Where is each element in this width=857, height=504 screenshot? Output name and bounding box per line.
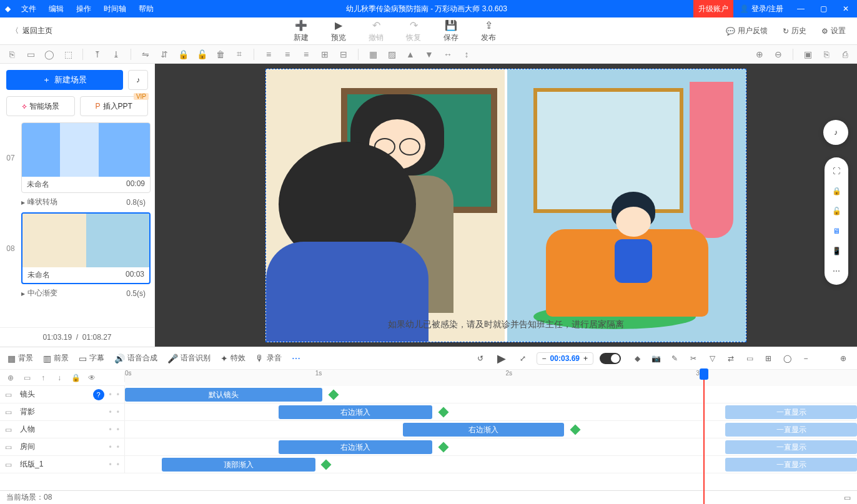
tool-4[interactable]: ⬚: [61, 47, 75, 61]
snap-toggle[interactable]: [600, 353, 621, 364]
align-bottom[interactable]: ⤓: [109, 47, 123, 61]
track-label-纸版_1[interactable]: ▭ 纸版_1 • •: [0, 456, 125, 473]
bg-button[interactable]: ▦背景: [7, 353, 33, 363]
stage[interactable]: ▦ 默认镜头 如果幼儿已被感染，请及时就诊并告知班主任，进行居家隔离: [265, 69, 746, 342]
canvas-area[interactable]: ♪ ⛶ 🔒 🔓 🖥 📱 ⋯ ▦ 默认镜头 如果幼儿已被感染，请及时: [155, 64, 857, 347]
circle-icon[interactable]: ◯: [781, 352, 793, 365]
minus-icon[interactable]: −: [800, 352, 812, 365]
scene-card-07[interactable]: 未命名00:09: [21, 122, 151, 193]
play-button[interactable]: ▶: [494, 351, 509, 366]
distribute-v[interactable]: ⊟: [337, 47, 350, 61]
clip-tail[interactable]: 一直显示: [725, 458, 857, 472]
tool-2[interactable]: ▭: [24, 47, 37, 61]
unlock-icon[interactable]: 🔓: [830, 205, 843, 217]
track-label-背影[interactable]: ▭ 背影 • •: [0, 403, 125, 420]
group[interactable]: ▦: [366, 47, 380, 61]
lock-dot[interactable]: •: [117, 408, 119, 417]
music-float-button[interactable]: ♪: [823, 120, 848, 145]
clip[interactable]: 右边渐入: [279, 405, 432, 419]
bring-front[interactable]: ▲: [404, 47, 417, 61]
record-button[interactable]: 🎙录音: [255, 353, 282, 363]
fg-button[interactable]: ▥前景: [43, 353, 69, 363]
lock-dot[interactable]: •: [117, 443, 119, 452]
space-v[interactable]: ↕: [460, 47, 473, 61]
close-button[interactable]: ✕: [835, 0, 857, 17]
menu-操作[interactable]: 操作: [70, 0, 97, 17]
track-content[interactable]: 默认镜头: [125, 386, 857, 403]
up-icon[interactable]: ↑: [37, 373, 49, 382]
transition-row[interactable]: ▸ 中心渐变 0.5(s): [4, 285, 151, 304]
down-icon[interactable]: ↓: [54, 373, 65, 382]
vis-dot[interactable]: •: [109, 390, 112, 399]
menu-帮助[interactable]: 帮助: [132, 0, 160, 17]
camera-icon[interactable]: 📷: [650, 352, 662, 365]
track-content[interactable]: 右边渐入一直显示: [125, 403, 857, 420]
tts-button[interactable]: 🔊语音合成: [114, 353, 157, 363]
copy[interactable]: ⎘: [820, 47, 833, 61]
clip-tail[interactable]: 一直显示: [725, 405, 857, 419]
plus-icon[interactable]: +: [583, 354, 588, 363]
clip[interactable]: 右边渐入: [403, 423, 564, 437]
more-tools[interactable]: ⋯: [292, 353, 300, 363]
track-label-房间[interactable]: ▭ 房间 • •: [0, 438, 125, 455]
maximize-button[interactable]: ▢: [812, 0, 835, 17]
transition-row[interactable]: ▸ 峰状转场 0.8(s): [4, 194, 151, 212]
distribute-h[interactable]: ⊞: [318, 47, 332, 61]
track-content[interactable]: 右边渐入一直显示: [125, 421, 857, 438]
minimize-button[interactable]: —: [790, 0, 812, 17]
new-button[interactable]: ➕新建: [294, 19, 309, 43]
save-button[interactable]: 💾保存: [443, 19, 458, 43]
menu-文件[interactable]: 文件: [15, 0, 42, 17]
upgrade-account-button[interactable]: 升级账户: [693, 0, 733, 17]
vis-dot[interactable]: •: [109, 443, 112, 452]
undo-button[interactable]: ↶撤销: [369, 19, 384, 43]
feedback-button[interactable]: 💬用户反馈: [726, 26, 768, 36]
lock-dot[interactable]: •: [117, 390, 119, 399]
subtitle-button[interactable]: ▭字幕: [79, 353, 104, 363]
space-h[interactable]: ↔: [441, 47, 455, 61]
scene-card-08[interactable]: 未命名00:03: [21, 212, 151, 284]
clip-tail[interactable]: 一直显示: [725, 440, 857, 454]
lock-icon[interactable]: 🔒: [830, 185, 843, 197]
smart-scene-button[interactable]: ⟡ 智能场景: [6, 96, 75, 116]
more-icon[interactable]: ⋯: [830, 265, 843, 277]
folder-icon[interactable]: ▭: [21, 373, 32, 382]
align-top[interactable]: ⤒: [91, 47, 104, 61]
unlock[interactable]: 🔓: [195, 47, 209, 61]
new-scene-button[interactable]: ＋ 新建场景: [6, 70, 123, 90]
link-icon[interactable]: ⇄: [725, 352, 737, 365]
zoom-out[interactable]: ⊖: [771, 47, 785, 61]
history-button[interactable]: ↻历史: [783, 26, 806, 36]
flip-h[interactable]: ⇋: [139, 47, 152, 61]
keyframe-diamond[interactable]: [570, 425, 580, 435]
flip-v[interactable]: ⇵: [157, 47, 171, 61]
add-track-button[interactable]: ⊕: [837, 352, 850, 365]
fx-button[interactable]: ✦特效: [220, 353, 245, 363]
preview-button[interactable]: ▶预览: [331, 19, 346, 43]
fullscreen-icon[interactable]: ⛶: [830, 165, 843, 177]
ungroup[interactable]: ▨: [385, 47, 399, 61]
publish-button[interactable]: ⇪发布: [481, 19, 496, 43]
cut-icon[interactable]: ✂: [687, 352, 700, 365]
align-right[interactable]: ≡: [299, 47, 313, 61]
delete[interactable]: 🗑: [214, 47, 227, 61]
lock-dot[interactable]: •: [117, 425, 119, 434]
time-stepper[interactable]: − 00:03.69 +: [537, 352, 593, 365]
timeline-ruler[interactable]: 0s1s2s3s: [125, 370, 857, 386]
tool-3[interactable]: ◯: [42, 47, 56, 61]
desktop-icon[interactable]: 🖥: [830, 225, 843, 237]
frame-icon[interactable]: ▭: [743, 352, 756, 365]
lock-dot[interactable]: •: [117, 460, 119, 469]
align-left[interactable]: ≡: [262, 47, 275, 61]
fit[interactable]: ▣: [801, 47, 815, 61]
help-icon[interactable]: ?: [93, 389, 104, 400]
back-home-button[interactable]: 〈 返回主页: [0, 26, 64, 36]
rewind-button[interactable]: ↺: [473, 351, 488, 366]
tool-1[interactable]: ⎘: [5, 47, 19, 61]
clip[interactable]: 顶部渐入: [162, 458, 315, 472]
asr-button[interactable]: 🎤语音识别: [167, 353, 211, 363]
edit-icon[interactable]: ✎: [668, 352, 681, 365]
menu-编辑[interactable]: 编辑: [42, 0, 70, 17]
clip-tail[interactable]: 一直显示: [725, 423, 857, 437]
track-content[interactable]: 顶部渐入一直显示: [125, 456, 857, 473]
